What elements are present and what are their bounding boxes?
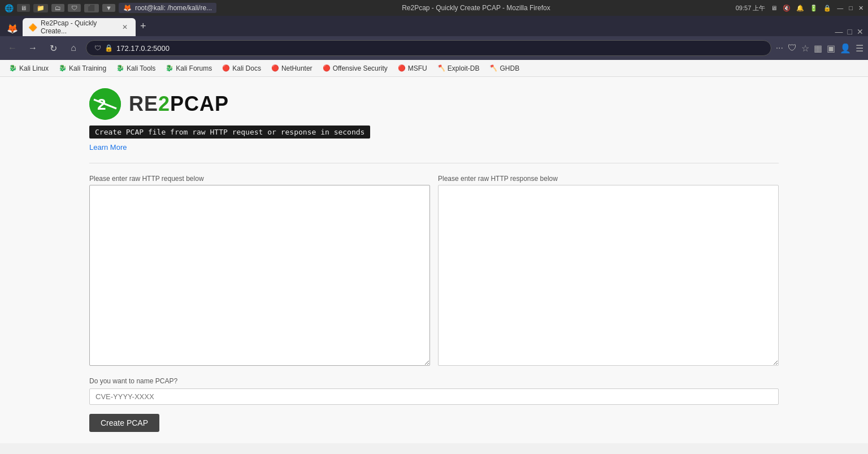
bookmark-kali-linux-label: Kali Linux [19,64,49,72]
os-btn-maximize[interactable]: □ [849,5,853,11]
bookmark-kali-training-label: Kali Training [69,64,106,72]
address-bar-row: ← → ↻ ⌂ 🛡 🔒 ··· 🛡 ☆ ▦ ▣ 👤 ☰ [0,36,868,60]
reload-button[interactable]: ↻ [45,40,61,56]
response-group: Please enter raw HTTP response below [438,175,779,366]
app-subtitle: Create PCAP file from raw HTTP request o… [89,126,370,139]
pcap-name-section: Do you want to name PCAP? [89,377,779,414]
tab-close-button[interactable]: ✕ [122,23,128,31]
bookmark-offensive-security-label: Offensive Security [333,64,388,72]
browser-btn-maximize[interactable]: □ [848,27,852,36]
os-taskbar-app5[interactable]: ⬛ [84,4,99,12]
nethunter-favicon: 🔴 [271,64,279,72]
os-system-tray: 09:57 上午 🖥 🔇 🔔 🔋 🔒 — □ ✕ [736,4,863,12]
bookmark-nethunter-label: NetHunter [281,64,313,72]
address-bar-container: 🛡 🔒 [86,40,771,56]
active-tab[interactable]: 🔶 Re2Pcap - Quickly Create... ✕ [23,18,136,36]
response-label: Please enter raw HTTP response below [438,175,779,183]
os-taskbar-firefox[interactable]: 🦊 root@kali: /home/kali/re... [119,3,216,13]
os-window-title: Re2Pcap - Quickly Create PCAP - Mozilla … [216,4,736,12]
os-taskbar-app3[interactable]: 🗂 [51,4,64,12]
sidebar-icon[interactable]: ▦ [814,43,822,54]
pcap-name-input[interactable] [89,388,779,405]
browser-btn-minimize[interactable]: — [835,27,843,36]
os-taskbar-app4[interactable]: 🛡 [68,4,81,12]
bookmark-offensive-security[interactable]: 🔴 Offensive Security [318,63,392,73]
bookmark-kali-tools[interactable]: 🐉 Kali Tools [112,63,160,73]
app-container: 2 RE2PCAP Create PCAP file from raw HTTP… [67,77,801,443]
os-taskbar-firefox-label: root@kali: /home/kali/re... [135,4,212,12]
kali-linux-favicon: 🐉 [9,64,17,72]
kali-forums-favicon: 🐉 [166,64,173,72]
content-divider [89,163,779,163]
shield-check-icon[interactable]: 🛡 [788,43,797,53]
bookmark-msfu-label: MSFU [408,64,427,72]
os-tray-monitor: 🖥 [771,5,777,11]
bookmark-msfu[interactable]: 🔴 MSFU [393,63,432,73]
os-tray-lock: 🔒 [823,5,831,12]
request-textarea[interactable] [89,185,430,366]
app-logo: 2 [89,88,121,120]
tab-switcher-icon[interactable]: ▣ [827,43,835,54]
tab-bar: 🦊 🔶 Re2Pcap - Quickly Create... ✕ + — □ … [0,16,868,36]
request-group: Please enter raw HTTP request below [89,175,430,366]
request-label: Please enter raw HTTP request below [89,175,430,183]
bookmark-kali-forums-label: Kali Forums [176,64,212,72]
os-taskbar-app2[interactable]: 📁 [33,4,48,12]
os-taskbar-app1[interactable]: 🖥 [17,4,30,12]
bookmark-ghdb-label: GHDB [500,64,519,72]
more-options-icon[interactable]: ··· [776,43,783,53]
tab-favicon: 🔶 [28,23,37,32]
os-titlebar: 🌐 🖥 📁 🗂 🛡 ⬛ ▼ 🦊 root@kali: /home/kali/re… [0,0,868,16]
os-tray-battery: 🔋 [810,5,818,12]
create-pcap-button[interactable]: Create PCAP [89,414,159,432]
kali-training-favicon: 🐉 [59,64,67,72]
bookmark-exploit-db-label: Exploit-DB [448,64,480,72]
forward-button[interactable]: → [25,40,41,56]
title-2: 2 [158,92,170,115]
learn-more-link[interactable]: Learn More [89,143,779,152]
bookmark-kali-training[interactable]: 🐉 Kali Training [54,63,111,73]
os-tray-audio: 🔇 [783,5,791,12]
exploit-db-favicon: 🪓 [437,64,445,72]
bookmark-nethunter[interactable]: 🔴 NetHunter [267,63,317,73]
address-bar-icons: ··· 🛡 ☆ ▦ ▣ 👤 ☰ [776,43,863,54]
browser-frame: 🦊 🔶 Re2Pcap - Quickly Create... ✕ + — □ … [0,16,868,77]
firefox-logo[interactable]: 🦊 [2,21,23,36]
textareas-row: Please enter raw HTTP request below Plea… [89,175,779,366]
bookmark-exploit-db[interactable]: 🪓 Exploit-DB [433,63,484,73]
logo-svg: 2 [89,88,121,120]
home-button[interactable]: ⌂ [66,40,81,56]
kali-tools-favicon: 🐉 [116,64,124,72]
bookmark-ghdb[interactable]: 🪓 GHDB [485,63,524,73]
offensive-security-favicon: 🔴 [323,64,331,72]
bookmark-kali-linux[interactable]: 🐉 Kali Linux [5,63,53,73]
os-btn-minimize[interactable]: — [837,5,843,11]
app-title: RE2PCAP [129,92,229,116]
page-content: 2 RE2PCAP Create PCAP file from raw HTTP… [0,77,868,443]
os-taskbar-app6[interactable]: ▼ [102,4,115,12]
os-tray-network: 🔔 [796,5,804,12]
url-input[interactable] [116,44,763,53]
browser-btn-close[interactable]: ✕ [857,27,863,36]
bookmark-kali-docs[interactable]: 🔴 Kali Docs [218,63,266,73]
bookmark-kali-forums[interactable]: 🐉 Kali Forums [161,63,216,73]
bookmark-kali-tools-label: Kali Tools [127,64,155,72]
bookmark-kali-docs-label: Kali Docs [232,64,261,72]
menu-icon[interactable]: ☰ [856,43,863,54]
response-textarea[interactable] [438,185,779,366]
kali-docs-favicon: 🔴 [222,64,230,72]
ghdb-favicon: 🪓 [489,64,497,72]
profile-icon[interactable]: 👤 [840,43,851,54]
new-tab-button[interactable]: + [136,20,151,32]
bookmark-star-icon[interactable]: ☆ [801,43,809,54]
back-button[interactable]: ← [5,40,20,56]
bookmarks-bar: 🐉 Kali Linux 🐉 Kali Training 🐉 Kali Tool… [0,60,868,77]
tab-label: Re2Pcap - Quickly Create... [41,19,116,35]
os-icon-globe[interactable]: 🌐 [5,4,14,12]
os-taskbar-icons: 🌐 🖥 📁 🗂 🛡 ⬛ ▼ 🦊 root@kali: /home/kali/re… [5,3,216,13]
os-btn-close[interactable]: ✕ [858,5,863,12]
title-pcap: PCAP [170,92,229,115]
shield-icon: 🛡 [94,44,101,52]
msfu-favicon: 🔴 [398,64,406,72]
firefox-favicon: 🦊 [123,4,132,12]
